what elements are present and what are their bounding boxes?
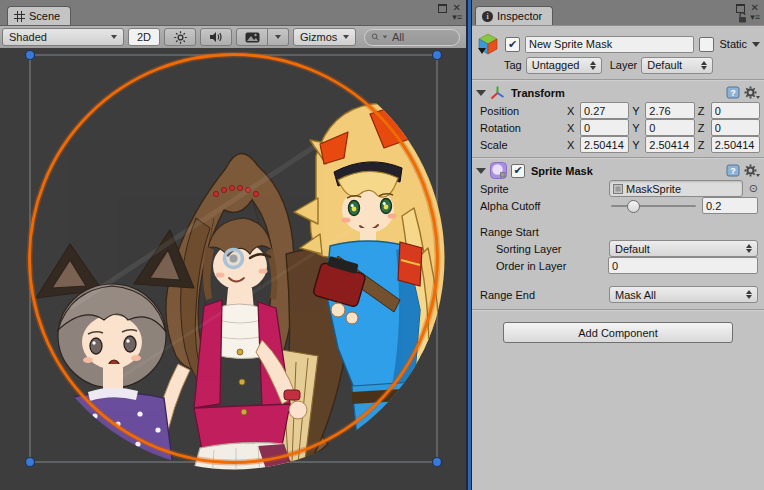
selection-handle-bottom-right[interactable] [433, 458, 442, 467]
axis-x-label: X [567, 122, 577, 134]
speaker-icon [209, 31, 223, 43]
transform-title: Transform [511, 87, 565, 99]
selection-handle-top-right[interactable] [433, 51, 442, 60]
scene-lighting-button[interactable] [164, 28, 196, 46]
svg-text:?: ? [730, 88, 736, 98]
popup-arrows-icon [701, 61, 707, 70]
search-filter-arrow-icon[interactable] [383, 35, 388, 38]
search-input[interactable] [390, 30, 453, 44]
add-component-label: Add Component [578, 327, 658, 339]
rotation-z-field[interactable] [711, 119, 760, 136]
scene-viewport[interactable] [0, 48, 466, 490]
axis-x-label: X [567, 105, 577, 117]
scene-render [0, 48, 466, 490]
scene-effects-button[interactable] [236, 28, 268, 46]
help-icon[interactable]: ? [726, 164, 740, 177]
gear-icon[interactable] [744, 86, 760, 99]
search-icon [371, 31, 380, 43]
static-label: Static [719, 38, 747, 50]
layer-value: Default [647, 59, 698, 71]
rotation-y-field[interactable] [645, 119, 694, 136]
sprite-mask-header[interactable]: ✔ Sprite Mask ? [472, 161, 764, 180]
gizmos-label: Gizmos [300, 31, 337, 43]
gameobject-enabled-checkbox[interactable]: ✔ [505, 37, 520, 52]
scale-z-field[interactable] [711, 136, 760, 153]
lock-icon[interactable] [738, 12, 747, 23]
popup-arrows-icon [746, 290, 752, 299]
inspector-tab-label: Inspector [497, 10, 542, 22]
sorting-layer-value: Default [615, 243, 743, 255]
scene-panel: Scene ✕ ▾≡ Shaded 2D [0, 0, 466, 490]
scene-search-field[interactable] [364, 29, 460, 46]
panel-menu-icon[interactable]: ▾≡ [452, 13, 462, 22]
chevron-down-icon [343, 35, 349, 39]
check-icon: ✔ [513, 165, 522, 176]
sprite-row: Sprite MaskSprite ⊙ [472, 180, 764, 197]
slider-track [611, 205, 696, 207]
popup-arrows-icon [746, 244, 752, 253]
tab-scene[interactable]: Scene [7, 6, 71, 25]
chevron-down-icon [275, 35, 281, 39]
slider-knob[interactable] [627, 200, 640, 213]
order-in-layer-field[interactable] [608, 257, 758, 274]
position-x-field[interactable] [580, 102, 629, 119]
info-icon: i [482, 11, 493, 22]
tab-inspector[interactable]: i Inspector [475, 6, 553, 25]
position-z-field[interactable] [711, 102, 760, 119]
sorting-layer-dropdown[interactable]: Default [609, 240, 758, 257]
sorting-layer-label: Sorting Layer [496, 243, 605, 255]
tag-label: Tag [504, 59, 522, 71]
alpha-cutoff-label: Alpha Cutoff [480, 200, 605, 212]
selection-handle-top-left[interactable] [26, 51, 35, 60]
sun-icon [174, 31, 187, 44]
gameobject-name-field[interactable] [525, 36, 694, 53]
tag-value: Untagged [532, 59, 587, 71]
rotation-x-field[interactable] [580, 119, 629, 136]
layer-dropdown[interactable]: Default [641, 57, 713, 74]
gizmos-dropdown[interactable]: Gizmos [293, 28, 356, 46]
inspector-panel: i Inspector ✕ ▾≡ ✔ [472, 0, 764, 490]
scale-x-field[interactable] [580, 136, 629, 153]
rotation-label: Rotation [480, 122, 564, 134]
transform-header[interactable]: Transform ? [472, 83, 764, 102]
chevron-down-icon [111, 35, 117, 39]
shading-mode-dropdown[interactable]: Shaded [2, 28, 124, 46]
inspector-body: ✔ Static Tag Untagged Layer Default [472, 25, 764, 490]
axis-z-label: Z [698, 139, 708, 151]
selection-handle-bottom-left[interactable] [26, 458, 35, 467]
sprite-mask-enabled-checkbox[interactable]: ✔ [511, 164, 525, 178]
alpha-cutoff-value-field[interactable] [702, 197, 758, 214]
separator [472, 79, 764, 81]
gear-icon[interactable] [744, 164, 760, 177]
object-picker-icon[interactable]: ⊙ [749, 182, 758, 195]
help-icon[interactable]: ? [726, 86, 740, 99]
2d-toggle-button[interactable]: 2D [128, 28, 160, 46]
add-component-button[interactable]: Add Component [503, 322, 733, 343]
sorting-layer-row: Sorting Layer Default [472, 240, 764, 257]
grid-icon [14, 11, 25, 22]
rotation-row: Rotation X Y Z [472, 119, 764, 136]
sprite-mask-icon [490, 162, 507, 179]
position-label: Position [480, 105, 564, 117]
static-dropdown-icon[interactable] [752, 42, 760, 47]
sprite-object-value: MaskSprite [626, 183, 681, 195]
gameobject-cube-icon[interactable] [476, 32, 500, 56]
layer-label: Layer [610, 59, 638, 71]
static-checkbox[interactable] [699, 37, 714, 52]
tag-dropdown[interactable]: Untagged [526, 57, 602, 74]
sprite-object-field[interactable]: MaskSprite [609, 180, 743, 197]
scene-audio-button[interactable] [200, 28, 232, 46]
scale-y-field[interactable] [645, 136, 694, 153]
foldout-icon[interactable] [476, 168, 486, 174]
position-row: Position X Y Z [472, 102, 764, 119]
range-end-dropdown[interactable]: Mask All [609, 286, 758, 303]
scene-effects-dropdown[interactable] [268, 28, 289, 46]
alpha-cutoff-slider[interactable] [609, 198, 698, 213]
foldout-icon[interactable] [476, 90, 486, 96]
axis-x-label: X [567, 139, 577, 151]
panel-menu-icon[interactable]: ▾≡ [750, 13, 760, 22]
axis-y-label: Y [632, 139, 642, 151]
position-y-field[interactable] [645, 102, 694, 119]
axis-z-label: Z [698, 122, 708, 134]
maximize-icon[interactable] [438, 4, 447, 13]
